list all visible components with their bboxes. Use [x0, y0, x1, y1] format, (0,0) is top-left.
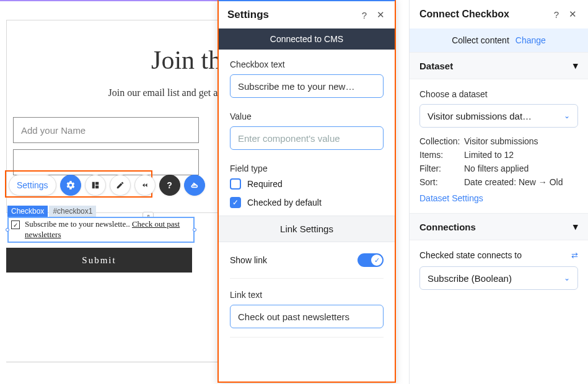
toggle-knob-icon: ✓: [371, 255, 382, 266]
meta-collection: Collection:Visitor submissions: [419, 136, 578, 146]
checkbox-text-input[interactable]: Subscribe me to your new…: [230, 74, 384, 98]
settings-header: Settings ? ✕: [219, 1, 395, 28]
change-link[interactable]: Change: [516, 35, 546, 45]
checkbox-box-icon[interactable]: ✓: [11, 220, 20, 229]
checkbox-text-label: Checkbox text: [230, 59, 384, 69]
help-icon[interactable]: ?: [359, 9, 370, 20]
show-link-row: Show link ✓: [230, 253, 384, 267]
required-checkbox-icon[interactable]: [230, 178, 241, 190]
collect-label: Collect content: [452, 35, 509, 45]
value-input[interactable]: Enter component's value: [230, 126, 384, 150]
settings-panel: Settings ? ✕ Connected to CMS Checkbox t…: [217, 0, 396, 383]
gear-icon[interactable]: [60, 175, 81, 196]
settings-title: Settings: [227, 9, 354, 21]
dataset-settings-link[interactable]: Dataset Settings: [419, 193, 578, 203]
connect-data-icon[interactable]: [184, 175, 205, 196]
show-link-toggle[interactable]: ✓: [358, 253, 384, 267]
field-type-label: Field type: [230, 164, 384, 173]
chevron-down-icon: ⌄: [564, 274, 570, 282]
submit-button[interactable]: Submit: [6, 248, 192, 273]
link-settings-header: Link Settings: [219, 216, 395, 242]
checked-default-checkbox-icon[interactable]: ✓: [230, 197, 241, 208]
chevron-down-icon: ▾: [573, 60, 578, 71]
link-text-label: Link text: [230, 290, 384, 300]
value-label: Value: [230, 111, 384, 121]
close-icon[interactable]: ✕: [375, 9, 386, 20]
layout-icon[interactable]: [85, 175, 106, 196]
name-placeholder: Add your Name: [21, 125, 86, 136]
meta-items: Items:Limited to 12: [419, 150, 578, 160]
tag-id: #checkbox1: [49, 206, 96, 217]
checked-default-row[interactable]: ✓ Checked by default: [230, 197, 384, 208]
svg-rect-0: [92, 182, 94, 189]
link-text-input[interactable]: Check out past newsletters: [230, 305, 384, 328]
animation-icon[interactable]: [134, 175, 156, 196]
element-tags: Checkbox #checkbox1: [7, 206, 96, 217]
dataset-section-header[interactable]: Dataset ▾: [410, 52, 588, 79]
connect-header: Connect Checkbox ? ✕: [410, 0, 588, 28]
help-icon[interactable]: ?: [159, 175, 180, 196]
element-toolbar: Settings ?: [9, 175, 205, 196]
collect-bar: Collect content Change: [410, 28, 588, 52]
design-icon[interactable]: [110, 175, 131, 196]
required-row[interactable]: Required: [230, 178, 384, 190]
connect-title: Connect Checkbox: [419, 9, 546, 20]
name-input[interactable]: Add your Name: [13, 117, 199, 143]
connection-icon[interactable]: ⇄: [571, 251, 578, 260]
checked-state-select[interactable]: Subscribe (Boolean) ⌄: [419, 266, 578, 290]
checkbox-text: Subscribe me to your newslette.. Check o…: [25, 219, 191, 240]
dataset-section-body: Choose a dataset Visitor submissions dat…: [410, 79, 588, 213]
checked-default-label: Checked by default: [247, 198, 322, 207]
close-icon[interactable]: ✕: [567, 9, 578, 20]
chevron-down-icon: ▾: [573, 221, 578, 232]
connections-section-body: Checked state connects to ⇄ Subscribe (B…: [410, 240, 588, 308]
tag-type: Checkbox: [7, 206, 48, 217]
show-link-label: Show link: [230, 255, 267, 265]
required-label: Required: [247, 179, 283, 189]
checkbox-element[interactable]: ✓ Subscribe me to your newslette.. Check…: [7, 217, 195, 243]
chevron-down-icon: ⌄: [564, 111, 570, 120]
svg-rect-1: [95, 182, 99, 185]
meta-filter: Filter:No filters applied: [419, 164, 578, 173]
settings-pill[interactable]: Settings: [9, 175, 56, 196]
help-icon[interactable]: ?: [551, 9, 562, 20]
connect-panel: Connect Checkbox ? ✕ Collect content Cha…: [409, 0, 588, 384]
second-input[interactable]: [13, 149, 199, 175]
connected-banner: Connected to CMS: [219, 28, 395, 50]
choose-dataset-label: Choose a dataset: [419, 89, 578, 99]
connections-section-header[interactable]: Connections ▾: [410, 213, 588, 240]
meta-sort: Sort:Date created: New → Old: [419, 177, 578, 187]
checked-state-label: Checked state connects to: [419, 250, 522, 260]
svg-rect-2: [95, 186, 99, 189]
dataset-select[interactable]: Visitor submissions dat… ⌄: [419, 104, 578, 128]
